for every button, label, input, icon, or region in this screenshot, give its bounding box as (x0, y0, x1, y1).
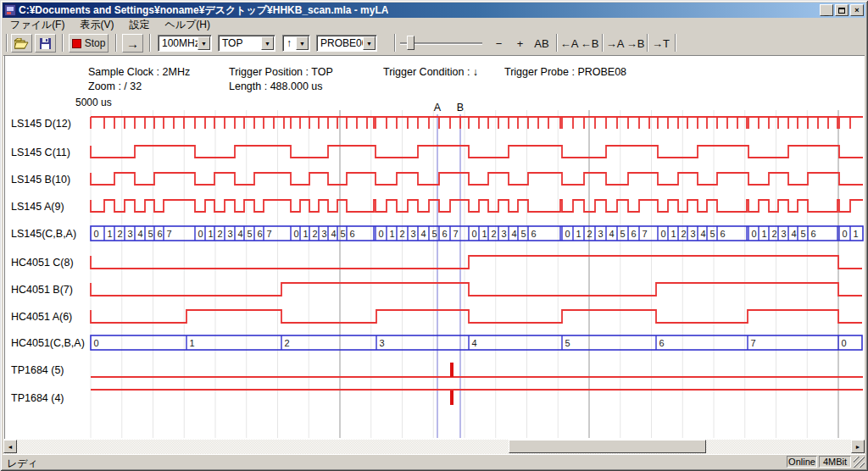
zoom-ab-button[interactable]: AB (531, 35, 553, 52)
toolbar-separator (62, 34, 64, 52)
waveform-trace (91, 283, 862, 296)
bus-value: 0 (294, 229, 299, 239)
bus-value: 1 (482, 229, 487, 239)
bus-value: 2 (313, 229, 318, 239)
zoom-slider-thumb[interactable] (407, 36, 415, 50)
chevron-down-icon[interactable]: ▼ (198, 36, 210, 50)
bus-value: 1 (108, 229, 113, 239)
channel-label[interactable]: HC4051(C,B,A) (11, 337, 85, 349)
bus-value: 4 (701, 229, 706, 239)
channel-label[interactable]: TP1684 (4) (11, 392, 64, 404)
minimize-button[interactable]: _ (820, 4, 833, 16)
bus-value: 0 (842, 338, 847, 348)
window-title: C:¥Documents and Settings¥noname¥デスクトップ¥… (19, 3, 388, 18)
scrollbar-thumb[interactable] (509, 440, 706, 453)
chevron-down-icon[interactable]: ▼ (261, 36, 274, 50)
close-button[interactable]: × (850, 4, 864, 16)
menu-view[interactable]: 表示(V) (72, 17, 121, 33)
bus-value: 5 (801, 229, 806, 239)
run-button[interactable]: → (122, 34, 143, 53)
goto-trigger-button[interactable]: →T (651, 35, 670, 52)
zoom-out-button[interactable]: − (491, 35, 507, 52)
scroll-left-icon: ◄ (8, 444, 14, 450)
bus-value: 7 (643, 229, 648, 239)
open-folder-icon (14, 38, 29, 49)
channel-label[interactable]: LS145 A(9) (11, 201, 64, 213)
info-zoom: Zoom : / 32 (88, 80, 142, 92)
floppy-icon (40, 38, 51, 49)
toolbar-separator (556, 34, 558, 52)
sample-clock-select[interactable]: 100MHz ▼ (158, 35, 212, 52)
scroll-right-icon: ► (855, 444, 861, 450)
bus-value: 1 (390, 229, 395, 239)
chevron-down-icon[interactable]: ▼ (296, 36, 309, 50)
bus-value: 1 (576, 229, 581, 239)
horizontal-scrollbar[interactable]: ◄ ► (3, 440, 865, 454)
channel-label[interactable]: HC4051 B(7) (11, 284, 73, 296)
bus-value: 2 (118, 229, 123, 239)
scroll-right-button[interactable]: ► (851, 440, 865, 453)
channel-label[interactable]: LS145 C(11) (11, 147, 70, 158)
bus-value: 5 (248, 229, 253, 239)
waveform-trace (91, 173, 863, 185)
goto-cursor-a-left-button[interactable]: ←A (559, 35, 579, 52)
info-trigger-condition: Trigger Condition : ↓ (383, 66, 478, 78)
bus-value: 4 (238, 229, 243, 239)
save-button[interactable] (35, 34, 56, 53)
bus-value: 1 (854, 229, 859, 239)
channel-label[interactable]: LS145 D(12) (11, 118, 71, 130)
bus-value: 6 (811, 229, 816, 239)
bus-value: 4 (512, 229, 517, 239)
statusbar: レディ Online 4MBit (3, 454, 865, 468)
titlebar[interactable]: C:¥Documents and Settings¥noname¥デスクトップ¥… (3, 3, 865, 18)
goto-cursor-b-right-button[interactable]: →B (626, 35, 645, 52)
pulse-mark (450, 391, 453, 405)
bus-value: 4 (138, 229, 143, 239)
bus-value: 3 (691, 229, 696, 239)
bus-value: 2 (285, 338, 290, 348)
bus-value: 0 (198, 229, 203, 239)
bus-value: 2 (772, 229, 777, 239)
stop-button[interactable]: Stop (69, 34, 108, 53)
menubar: ファイル(F) 表示(V) 設定 ヘルプ(H) (3, 18, 865, 31)
goto-cursor-a-right-button[interactable]: →A (605, 35, 625, 52)
bus-value: 6 (659, 338, 665, 348)
trigger-probe-select[interactable]: PROBE00 ▼ (316, 35, 377, 52)
bus-value: 3 (322, 229, 327, 239)
zoom-in-button[interactable]: + (512, 35, 528, 52)
status-ready: レディ (7, 457, 38, 471)
open-button[interactable] (11, 34, 32, 53)
channel-label[interactable]: LS145(C,B,A) (11, 228, 76, 240)
bus-value: 0 (379, 229, 384, 239)
bus-value: 6 (531, 229, 537, 239)
bus-value: 4 (421, 229, 426, 239)
bus-value: 2 (400, 229, 405, 239)
menu-settings[interactable]: 設定 (121, 17, 157, 33)
resize-grip[interactable] (854, 457, 865, 468)
waveform-panel[interactable]: 5000 usABLS145 D(12)LS145 C(11)LS145 B(1… (0, 91, 868, 441)
bus-value: 3 (128, 229, 133, 239)
bus-value: 3 (502, 229, 507, 239)
channel-label[interactable]: HC4051 A(6) (11, 311, 72, 323)
bus-value: 3 (380, 338, 385, 348)
maximize-button[interactable] (835, 4, 849, 16)
channel-label[interactable]: LS145 B(10) (11, 174, 70, 186)
run-arrow-icon: → (126, 36, 139, 51)
chevron-down-icon[interactable]: ▼ (363, 36, 376, 50)
toolbar: Stop → 100MHz ▼ TOP ▼ ↑ ▼ PROBE00 ▼ − + … (3, 32, 865, 55)
status-online: Online (787, 456, 817, 468)
maximize-icon (838, 8, 845, 14)
menu-help[interactable]: ヘルプ(H) (157, 17, 218, 33)
bus-value: 3 (782, 229, 787, 239)
goto-cursor-b-left-button[interactable]: ←B (580, 35, 599, 52)
bus-value: 7 (167, 229, 172, 239)
channel-label[interactable]: HC4051 C(8) (11, 257, 74, 269)
status-memory: 4MBit (819, 456, 851, 468)
waveform-trace (91, 200, 863, 212)
trigger-position-select[interactable]: TOP ▼ (218, 35, 275, 52)
menu-file[interactable]: ファイル(F) (3, 17, 72, 33)
trigger-edge-select[interactable]: ↑ ▼ (282, 35, 310, 52)
channel-label[interactable]: TP1684 (5) (11, 364, 64, 376)
bus-value: 2 (587, 229, 593, 239)
scroll-left-button[interactable]: ◄ (3, 440, 17, 453)
